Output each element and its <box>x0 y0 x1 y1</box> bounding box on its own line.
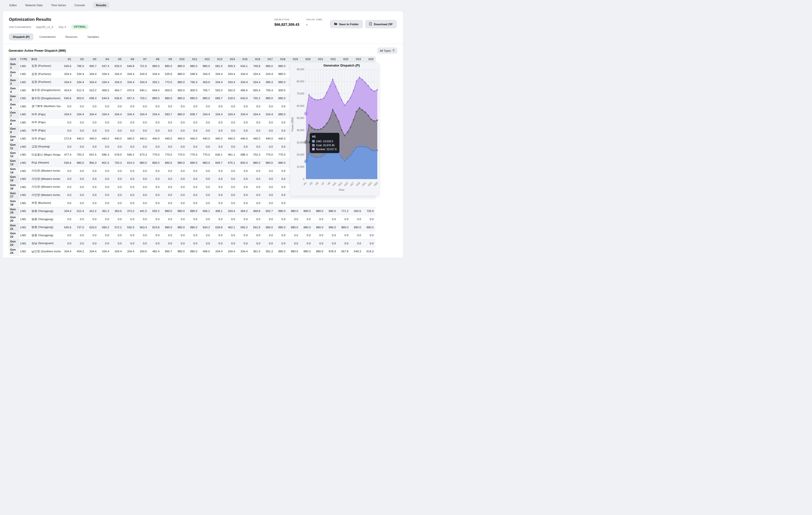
dispatch-cell: 0.0 <box>287 231 300 239</box>
col-header-h14: H14 <box>225 56 237 62</box>
dispatch-cell: 0.0 <box>136 183 149 191</box>
gen-link[interactable]: Gen 11 <box>9 143 19 151</box>
gen-link[interactable]: Gen 10 <box>9 134 19 143</box>
gen-link[interactable]: Gen 14 <box>9 167 19 175</box>
objective-value: $66,827,309.43 <box>274 23 299 27</box>
gen-link[interactable]: Gen 5 <box>9 94 19 102</box>
gen-link[interactable]: Gen 20 <box>9 215 19 223</box>
breadcrumb-case: kpg193_v1_5 <box>36 26 53 28</box>
type-link[interactable]: LNG <box>19 86 30 94</box>
type-link[interactable]: LNG <box>19 70 30 78</box>
type-link[interactable]: LNG <box>19 167 30 175</box>
tab-dispatch-p[interactable]: Dispatch (P) <box>9 33 33 40</box>
gen-link[interactable]: Gen 2 <box>9 70 19 78</box>
type-link[interactable]: LNG <box>19 143 30 151</box>
type-link[interactable]: LNG <box>19 151 30 159</box>
gen-link[interactable]: Gen 8 <box>9 119 19 127</box>
type-link[interactable]: LNG <box>19 134 30 143</box>
type-link[interactable]: LNG <box>19 126 30 134</box>
type-filter-select[interactable]: All Types <box>377 48 397 54</box>
dispatch-cell: 880.0 <box>262 94 275 102</box>
gen-link[interactable]: Gen 18 <box>9 199 19 207</box>
gen-link[interactable]: Gen 4 <box>9 86 19 94</box>
dispatch-cell: 900.0 <box>162 86 174 94</box>
gen-link[interactable]: Gen 1 <box>9 62 19 70</box>
gen-link[interactable]: Gen 13 <box>9 159 19 167</box>
type-link[interactable]: LNG <box>19 191 30 199</box>
gen-link[interactable]: Gen 9 <box>9 126 19 134</box>
svg-text:H11: H11 <box>332 181 337 186</box>
gen-link[interactable]: Gen 22 <box>9 231 19 239</box>
dispatch-cell: 334.4 <box>86 247 98 255</box>
gen-link[interactable]: Gen 7 <box>9 110 19 119</box>
gen-link[interactable]: Gen 17 <box>9 191 19 199</box>
gen-link[interactable]: Gen 6 <box>9 102 19 110</box>
dispatch-cell: 880.0 <box>162 207 174 215</box>
dispatch-cell: 644.9 <box>98 94 111 102</box>
col-header-bus: BUS <box>30 56 61 62</box>
type-link[interactable]: LNG <box>19 78 30 86</box>
nav-item-editor[interactable]: Editor <box>9 2 17 8</box>
col-header-h9: H9 <box>162 56 174 62</box>
dispatch-cell: 636.8 <box>111 94 124 102</box>
type-link[interactable]: LNG <box>19 239 30 248</box>
bus-cell: 서인천 (Western Inche... <box>30 191 61 199</box>
type-link[interactable]: LNG <box>19 110 30 119</box>
nav-item-time-series[interactable]: Time Series <box>51 2 66 8</box>
type-link[interactable]: LNG <box>19 231 30 239</box>
type-link[interactable]: LNG <box>19 119 30 127</box>
type-link[interactable]: LNG <box>19 94 30 102</box>
dispatch-cell: 0.0 <box>275 183 287 191</box>
type-link[interactable]: LNG <box>19 102 30 110</box>
dispatch-cell: 512.4 <box>73 207 86 215</box>
gen-link[interactable]: Gen 12 <box>9 151 19 159</box>
tab-variables[interactable]: Variables <box>83 33 103 40</box>
gen-link[interactable]: Gen 16 <box>9 183 19 191</box>
objective-metric: OBJECTIVE: $66,827,309.43 <box>274 18 299 27</box>
nav-item-console[interactable]: Console <box>74 2 85 8</box>
dispatch-cell <box>313 199 325 207</box>
type-link[interactable]: LNG <box>19 247 30 255</box>
tab-commitment[interactable]: Commitment <box>35 33 59 40</box>
dispatch-cell: 334.4 <box>111 110 124 119</box>
dispatch-cell: 629.3 <box>111 62 124 70</box>
col-header-h4: H4 <box>98 56 111 62</box>
gen-link[interactable]: Gen 23 <box>9 239 19 248</box>
series-color-chip <box>312 140 315 143</box>
dispatch-cell: 0.0 <box>86 102 98 110</box>
tab-reserves[interactable]: Reserves <box>61 33 82 40</box>
gen-link[interactable]: Gen 24 <box>9 247 19 255</box>
gen-link[interactable]: Gen 19 <box>9 207 19 215</box>
nav-item-network-data[interactable]: Network Data <box>25 2 43 8</box>
type-link[interactable]: LNG <box>19 159 30 167</box>
dispatch-cell: 0.0 <box>174 102 187 110</box>
chevron-updown-icon <box>393 49 395 52</box>
nav-item-results[interactable]: Results <box>93 2 110 8</box>
dispatch-cell: 0.0 <box>149 175 162 183</box>
type-link[interactable]: LNG <box>19 215 30 223</box>
dispatch-cell: 770.0 <box>162 151 174 159</box>
type-link[interactable]: LNG <box>19 199 30 207</box>
svg-text:H15: H15 <box>344 181 349 186</box>
dispatch-cell: 880.0 <box>174 223 187 231</box>
dispatch-cell: 0.0 <box>325 239 338 248</box>
save-to-folder-button[interactable]: Save to Folder <box>330 20 363 28</box>
type-link[interactable]: LNG <box>19 175 30 183</box>
type-link[interactable]: LNG <box>19 62 30 70</box>
gen-link[interactable]: Gen 3 <box>9 78 19 86</box>
dispatch-cell: 801.5 <box>98 159 111 167</box>
type-link[interactable]: LNG <box>19 223 30 231</box>
dispatch-cell: 772.0 <box>162 78 174 86</box>
dispatch-cell: 334.4 <box>86 78 98 86</box>
type-link[interactable]: LNG <box>19 207 30 215</box>
download-zip-button[interactable]: Download ZIP <box>365 20 397 28</box>
dispatch-cell: 0.0 <box>111 199 124 207</box>
gen-link[interactable]: Gen 21 <box>9 223 19 231</box>
gen-link[interactable]: Gen 15 <box>9 175 19 183</box>
type-link[interactable]: LNG <box>19 183 30 191</box>
dispatch-cell: 880.0 <box>199 94 212 102</box>
col-header-h8: H8 <box>149 56 162 62</box>
dispatch-cell: 0.0 <box>174 215 187 223</box>
col-header-h15: H15 <box>237 56 250 62</box>
col-header-h13: H13 <box>212 56 225 62</box>
